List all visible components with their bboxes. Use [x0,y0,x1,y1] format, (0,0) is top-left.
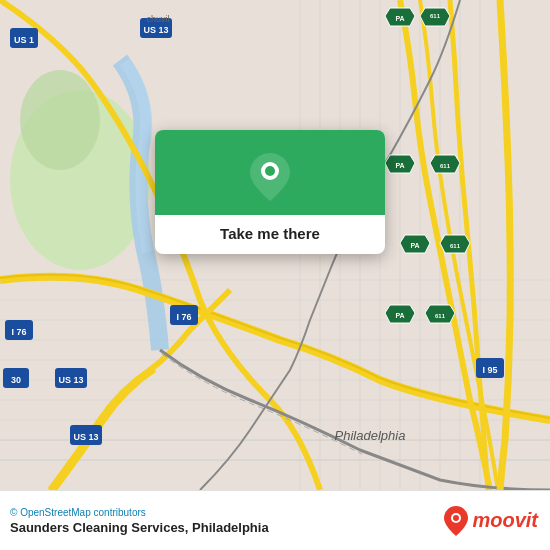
svg-point-22 [20,70,100,170]
bottom-bar: © OpenStreetMap contributors Saunders Cl… [0,490,550,550]
svg-text:US 13: US 13 [143,25,168,35]
svg-text:PA: PA [395,312,404,319]
popup-header [155,130,385,215]
location-pin-icon [250,153,290,201]
svg-text:I 76: I 76 [176,312,191,322]
svg-text:611: 611 [440,163,451,169]
moovit-logo: moovit [444,506,538,536]
svg-text:US 1: US 1 [14,35,34,45]
svg-text:611: 611 [435,313,446,319]
svg-text:US 13: US 13 [73,432,98,442]
moovit-text: moovit [472,509,538,532]
svg-text:I 95: I 95 [482,365,497,375]
moovit-pin-icon [444,506,468,536]
svg-text:US 13: US 13 [58,375,83,385]
svg-text:30: 30 [11,375,21,385]
osm-attribution: © OpenStreetMap contributors [10,507,269,518]
svg-text:I 76: I 76 [11,327,26,337]
svg-text:Philadelphia: Philadelphia [335,428,406,443]
svg-text:611: 611 [430,13,441,19]
svg-text:chuvil: chuvil [146,14,169,24]
svg-text:PA: PA [395,162,404,169]
svg-point-61 [453,515,459,521]
svg-point-59 [265,166,275,176]
take-me-there-button[interactable]: Take me there [155,215,385,254]
bottom-left-info: © OpenStreetMap contributors Saunders Cl… [10,507,269,535]
map-area[interactable]: US 1 US 13 US 13 US 13 I 76 I 76 PA 611 … [0,0,550,490]
svg-text:611: 611 [450,243,461,249]
svg-text:PA: PA [395,15,404,22]
popup-card: Take me there [155,130,385,254]
svg-text:PA: PA [410,242,419,249]
location-label: Saunders Cleaning Services, Philadelphia [10,520,269,535]
